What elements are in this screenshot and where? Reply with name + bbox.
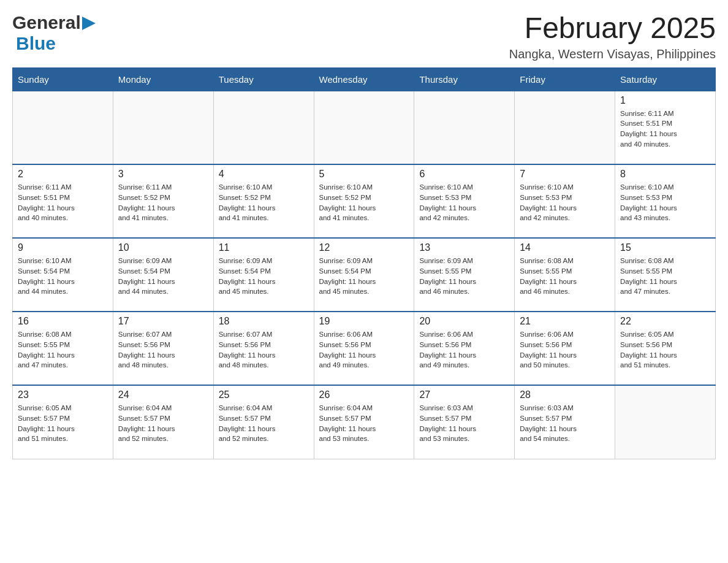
- calendar-header-monday: Monday: [113, 67, 213, 91]
- day-info: Sunrise: 6:09 AM Sunset: 5:55 PM Dayligh…: [419, 256, 509, 297]
- calendar-cell: 21Sunrise: 6:06 AM Sunset: 5:56 PM Dayli…: [515, 312, 615, 385]
- calendar-cell: 27Sunrise: 6:03 AM Sunset: 5:57 PM Dayli…: [414, 385, 515, 459]
- day-info: Sunrise: 6:10 AM Sunset: 5:52 PM Dayligh…: [319, 182, 409, 223]
- svg-marker-0: [82, 17, 96, 30]
- day-number: 9: [18, 242, 108, 253]
- day-number: 5: [319, 169, 409, 180]
- calendar-header-sunday: Sunday: [13, 67, 113, 91]
- calendar-cell: [213, 91, 314, 164]
- calendar-cell: [615, 385, 716, 459]
- calendar-header-tuesday: Tuesday: [213, 67, 314, 91]
- calendar-header-thursday: Thursday: [414, 67, 515, 91]
- calendar-cell: 23Sunrise: 6:05 AM Sunset: 5:57 PM Dayli…: [13, 385, 113, 459]
- day-info: Sunrise: 6:10 AM Sunset: 5:53 PM Dayligh…: [419, 182, 509, 223]
- calendar-cell: 4Sunrise: 6:10 AM Sunset: 5:52 PM Daylig…: [213, 164, 314, 238]
- location-title: Nangka, Western Visayas, Philippines: [509, 47, 716, 61]
- calendar-cell: 5Sunrise: 6:10 AM Sunset: 5:52 PM Daylig…: [314, 164, 414, 238]
- day-number: 11: [219, 242, 309, 253]
- day-info: Sunrise: 6:11 AM Sunset: 5:51 PM Dayligh…: [620, 109, 710, 150]
- calendar-cell: 16Sunrise: 6:08 AM Sunset: 5:55 PM Dayli…: [13, 312, 113, 385]
- calendar-cell: 26Sunrise: 6:04 AM Sunset: 5:57 PM Dayli…: [314, 385, 414, 459]
- day-number: 3: [118, 169, 208, 180]
- day-number: 21: [520, 316, 610, 327]
- calendar-cell: 22Sunrise: 6:05 AM Sunset: 5:56 PM Dayli…: [615, 312, 716, 385]
- day-info: Sunrise: 6:04 AM Sunset: 5:57 PM Dayligh…: [118, 403, 208, 444]
- logo-blue-text: Blue: [16, 33, 56, 53]
- day-info: Sunrise: 6:07 AM Sunset: 5:56 PM Dayligh…: [118, 329, 208, 370]
- day-number: 15: [620, 242, 710, 253]
- logo-triangle-icon: [82, 17, 96, 30]
- day-number: 22: [620, 316, 710, 327]
- day-number: 26: [319, 389, 409, 400]
- day-number: 24: [118, 389, 208, 400]
- day-number: 4: [219, 169, 309, 180]
- calendar-cell: 19Sunrise: 6:06 AM Sunset: 5:56 PM Dayli…: [314, 312, 414, 385]
- calendar-header-wednesday: Wednesday: [314, 67, 414, 91]
- day-number: 6: [419, 169, 509, 180]
- day-info: Sunrise: 6:07 AM Sunset: 5:56 PM Dayligh…: [219, 329, 309, 370]
- day-info: Sunrise: 6:03 AM Sunset: 5:57 PM Dayligh…: [520, 403, 610, 444]
- day-info: Sunrise: 6:11 AM Sunset: 5:52 PM Dayligh…: [118, 182, 208, 223]
- calendar-cell: 3Sunrise: 6:11 AM Sunset: 5:52 PM Daylig…: [113, 164, 213, 238]
- day-info: Sunrise: 6:05 AM Sunset: 5:56 PM Dayligh…: [620, 329, 710, 370]
- day-info: Sunrise: 6:10 AM Sunset: 5:53 PM Dayligh…: [620, 182, 710, 223]
- day-number: 14: [520, 242, 610, 253]
- day-info: Sunrise: 6:09 AM Sunset: 5:54 PM Dayligh…: [219, 256, 309, 297]
- calendar-cell: [13, 91, 113, 164]
- calendar-week-1: 1Sunrise: 6:11 AM Sunset: 5:51 PM Daylig…: [13, 91, 716, 164]
- day-info: Sunrise: 6:04 AM Sunset: 5:57 PM Dayligh…: [219, 403, 309, 444]
- calendar-cell: 24Sunrise: 6:04 AM Sunset: 5:57 PM Dayli…: [113, 385, 213, 459]
- day-number: 19: [319, 316, 409, 327]
- day-number: 20: [419, 316, 509, 327]
- calendar-cell: 20Sunrise: 6:06 AM Sunset: 5:56 PM Dayli…: [414, 312, 515, 385]
- calendar-cell: 25Sunrise: 6:04 AM Sunset: 5:57 PM Dayli…: [213, 385, 314, 459]
- day-number: 10: [118, 242, 208, 253]
- day-info: Sunrise: 6:08 AM Sunset: 5:55 PM Dayligh…: [620, 256, 710, 297]
- day-number: 16: [18, 316, 108, 327]
- day-number: 7: [520, 169, 610, 180]
- day-info: Sunrise: 6:09 AM Sunset: 5:54 PM Dayligh…: [319, 256, 409, 297]
- day-info: Sunrise: 6:10 AM Sunset: 5:53 PM Dayligh…: [520, 182, 610, 223]
- day-info: Sunrise: 6:10 AM Sunset: 5:54 PM Dayligh…: [18, 256, 108, 297]
- calendar-cell: 1Sunrise: 6:11 AM Sunset: 5:51 PM Daylig…: [615, 91, 716, 164]
- calendar-cell: 13Sunrise: 6:09 AM Sunset: 5:55 PM Dayli…: [414, 238, 515, 312]
- day-info: Sunrise: 6:06 AM Sunset: 5:56 PM Dayligh…: [319, 329, 409, 370]
- day-info: Sunrise: 6:05 AM Sunset: 5:57 PM Dayligh…: [18, 403, 108, 444]
- calendar-cell: 8Sunrise: 6:10 AM Sunset: 5:53 PM Daylig…: [615, 164, 716, 238]
- calendar-header-row: SundayMondayTuesdayWednesdayThursdayFrid…: [13, 67, 716, 91]
- calendar-cell: 6Sunrise: 6:10 AM Sunset: 5:53 PM Daylig…: [414, 164, 515, 238]
- month-title: February 2025: [509, 12, 716, 45]
- calendar-week-5: 23Sunrise: 6:05 AM Sunset: 5:57 PM Dayli…: [13, 385, 716, 459]
- day-info: Sunrise: 6:08 AM Sunset: 5:55 PM Dayligh…: [520, 256, 610, 297]
- calendar-cell: 9Sunrise: 6:10 AM Sunset: 5:54 PM Daylig…: [13, 238, 113, 312]
- day-info: Sunrise: 6:08 AM Sunset: 5:55 PM Dayligh…: [18, 329, 108, 370]
- day-number: 8: [620, 169, 710, 180]
- calendar-week-2: 2Sunrise: 6:11 AM Sunset: 5:51 PM Daylig…: [13, 164, 716, 238]
- calendar-header-saturday: Saturday: [615, 67, 716, 91]
- day-number: 1: [620, 95, 710, 106]
- day-number: 23: [18, 389, 108, 400]
- calendar-week-4: 16Sunrise: 6:08 AM Sunset: 5:55 PM Dayli…: [13, 312, 716, 385]
- calendar-cell: 15Sunrise: 6:08 AM Sunset: 5:55 PM Dayli…: [615, 238, 716, 312]
- calendar-cell: 7Sunrise: 6:10 AM Sunset: 5:53 PM Daylig…: [515, 164, 615, 238]
- calendar-cell: 14Sunrise: 6:08 AM Sunset: 5:55 PM Dayli…: [515, 238, 615, 312]
- day-info: Sunrise: 6:04 AM Sunset: 5:57 PM Dayligh…: [319, 403, 409, 444]
- calendar-cell: [113, 91, 213, 164]
- day-number: 25: [219, 389, 309, 400]
- calendar-cell: 18Sunrise: 6:07 AM Sunset: 5:56 PM Dayli…: [213, 312, 314, 385]
- day-info: Sunrise: 6:11 AM Sunset: 5:51 PM Dayligh…: [18, 182, 108, 223]
- calendar-cell: 11Sunrise: 6:09 AM Sunset: 5:54 PM Dayli…: [213, 238, 314, 312]
- day-info: Sunrise: 6:06 AM Sunset: 5:56 PM Dayligh…: [520, 329, 610, 370]
- day-number: 13: [419, 242, 509, 253]
- day-info: Sunrise: 6:10 AM Sunset: 5:52 PM Dayligh…: [219, 182, 309, 223]
- calendar-cell: 10Sunrise: 6:09 AM Sunset: 5:54 PM Dayli…: [113, 238, 213, 312]
- day-number: 2: [18, 169, 108, 180]
- calendar-cell: 28Sunrise: 6:03 AM Sunset: 5:57 PM Dayli…: [515, 385, 615, 459]
- calendar-table: SundayMondayTuesdayWednesdayThursdayFrid…: [12, 67, 716, 459]
- logo-general-text: General: [12, 12, 81, 33]
- calendar-cell: 17Sunrise: 6:07 AM Sunset: 5:56 PM Dayli…: [113, 312, 213, 385]
- day-number: 12: [319, 242, 409, 253]
- logo: General Blue: [12, 12, 96, 54]
- title-section: February 2025 Nangka, Western Visayas, P…: [509, 12, 716, 61]
- calendar-week-3: 9Sunrise: 6:10 AM Sunset: 5:54 PM Daylig…: [13, 238, 716, 312]
